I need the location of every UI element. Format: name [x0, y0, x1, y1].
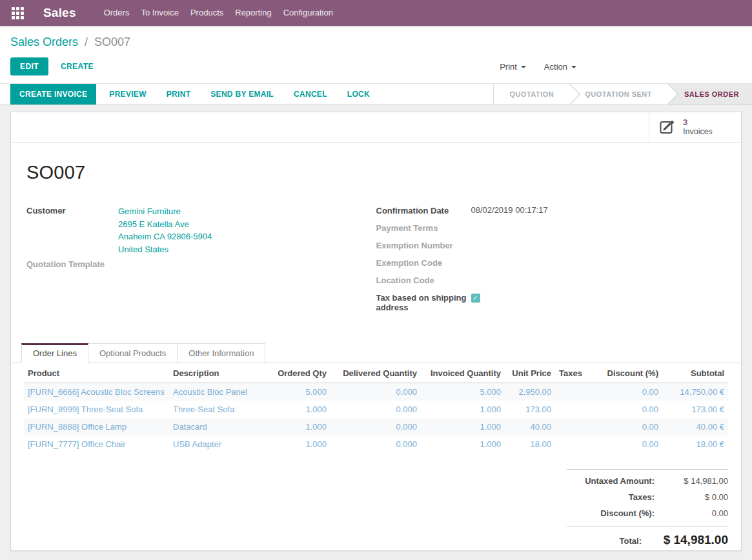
- tab-order-lines[interactable]: Order Lines: [21, 343, 88, 363]
- create-invoice-button[interactable]: CREATE INVOICE: [10, 84, 96, 105]
- tab-other-information[interactable]: Other Information: [177, 343, 265, 363]
- confirmation-date-label: Confirmation Date: [376, 205, 471, 215]
- col-product: Product: [24, 363, 169, 383]
- edit-button[interactable]: EDIT: [10, 57, 48, 75]
- customer-value: Gemini Furniture 2695 E Katella Ave Anah…: [118, 205, 212, 255]
- cell-unit-price: 40.00: [505, 418, 555, 435]
- cell-unit-price: 2,950.00: [505, 383, 555, 401]
- invoices-smart-button[interactable]: 3 Invoices: [649, 112, 741, 142]
- form-sheet: 3 Invoices SO007 Customer Gemini Furnitu…: [10, 112, 742, 551]
- cell-taxes: [555, 383, 593, 401]
- cell-delivered: 0.000: [330, 418, 421, 435]
- action-dropdown-label: Action: [544, 62, 567, 72]
- tax-shipping-checkbox[interactable]: ✓: [471, 294, 480, 303]
- untaxed-amount-label: Untaxed Amount:: [567, 476, 664, 486]
- cell-delivered: 0.000: [330, 401, 421, 418]
- breadcrumb-sales-orders[interactable]: Sales Orders: [10, 35, 78, 48]
- status-step-quotation[interactable]: QUOTATION: [494, 84, 569, 105]
- cell-description: Datacard: [169, 418, 269, 435]
- col-delivered-qty: Delivered Quantity: [330, 363, 421, 383]
- control-panel-buttons: EDIT CREATE Print Action: [10, 57, 742, 75]
- cell-invoiced: 1.000: [421, 401, 505, 418]
- customer-country[interactable]: United States: [118, 243, 212, 256]
- order-line-row[interactable]: [FURN_8999] Three-Seat Sofa Three-Seat S…: [24, 401, 728, 418]
- customer-name-link[interactable]: Gemini Furniture: [118, 205, 212, 218]
- col-unit-price: Unit Price: [505, 363, 555, 383]
- order-line-row[interactable]: [FURN_8888] Office Lamp Datacard 1.000 0…: [24, 418, 728, 435]
- menu-reporting[interactable]: Reporting: [229, 0, 277, 26]
- breadcrumb-current: SO007: [94, 35, 130, 48]
- status-step-quotation-sent[interactable]: QUOTATION SENT: [569, 84, 667, 105]
- tab-optional-products[interactable]: Optional Products: [88, 343, 178, 363]
- quotation-template-label: Quotation Template: [26, 259, 118, 269]
- order-line-row[interactable]: [FURN_6666] Acoustic Bloc Screens Acoust…: [24, 383, 728, 401]
- col-invoiced-qty: Invoiced Quantity: [421, 363, 505, 383]
- app-title: Sales: [43, 6, 76, 20]
- taxes-label: Taxes:: [567, 492, 664, 502]
- cell-product: [FURN_7777] Office Chair: [24, 435, 169, 453]
- menu-to-invoice[interactable]: To Invoice: [135, 0, 185, 26]
- control-panel: Sales Orders / SO007 EDIT CREATE Print A…: [0, 26, 752, 83]
- col-subtotal: Subtotal: [662, 363, 728, 383]
- app-menu: Orders To Invoice Products Reporting Con…: [98, 0, 339, 26]
- apps-grid-icon[interactable]: [12, 7, 24, 19]
- form-view-background: 3 Invoices SO007 Customer Gemini Furnitu…: [0, 105, 752, 560]
- total-value: $ 14,981.00: [651, 533, 728, 547]
- print-dropdown[interactable]: Print: [500, 62, 526, 72]
- print-dropdown-label: Print: [500, 62, 517, 72]
- cell-discount: 0.00: [593, 401, 662, 418]
- left-field-group: Customer Gemini Furniture 2695 E Katella…: [26, 205, 376, 319]
- breadcrumb-separator: /: [85, 35, 88, 48]
- print-button[interactable]: PRINT: [159, 84, 198, 105]
- location-code-label: Location Code: [376, 275, 471, 285]
- customer-street[interactable]: 2695 E Katella Ave: [118, 218, 212, 231]
- cell-description: Acoustic Bloc Panel: [169, 383, 269, 401]
- send-by-email-button[interactable]: SEND BY EMAIL: [203, 84, 281, 105]
- breadcrumb: Sales Orders / SO007: [10, 35, 742, 49]
- cell-taxes: [555, 418, 593, 435]
- tax-shipping-value: ✓: [471, 292, 480, 312]
- taxes-value: $ 0.00: [664, 492, 728, 502]
- checkmark-icon: ✓: [473, 295, 478, 301]
- action-dropdown[interactable]: Action: [544, 62, 576, 72]
- menu-orders[interactable]: Orders: [98, 0, 136, 26]
- quotation-template-field: Quotation Template: [26, 259, 376, 269]
- totals-block: Untaxed Amount: $ 14,981.00 Taxes: $ 0.0…: [567, 469, 728, 547]
- customer-label: Customer: [26, 205, 118, 255]
- cell-discount: 0.00: [593, 435, 662, 453]
- pencil-square-icon: [659, 119, 676, 135]
- untaxed-amount-row: Untaxed Amount: $ 14,981.00: [567, 476, 728, 486]
- cancel-button[interactable]: CANCEL: [287, 84, 334, 105]
- caret-down-icon: [571, 66, 576, 68]
- confirmation-date-field: Confirmation Date 08/02/2019 00:17:17: [376, 205, 726, 215]
- total-row: Total: $ 14,981.00: [567, 533, 728, 547]
- statusbar: CREATE INVOICE PREVIEW PRINT SEND BY EMA…: [0, 83, 752, 105]
- col-ordered-qty: Ordered Qty: [269, 363, 330, 383]
- cell-product: [FURN_6666] Acoustic Bloc Screens: [24, 383, 169, 401]
- preview-button[interactable]: PREVIEW: [102, 84, 153, 105]
- cell-description: Three-Seat Sofa: [169, 401, 269, 418]
- status-pipeline: QUOTATION QUOTATION SENT SALES ORDER: [493, 84, 752, 105]
- lock-button[interactable]: LOCK: [340, 84, 377, 105]
- exemption-number-field: Exemption Number: [376, 240, 726, 250]
- order-line-row[interactable]: [FURN_7777] Office Chair USB Adapter 1.0…: [24, 435, 728, 453]
- customer-field: Customer Gemini Furniture 2695 E Katella…: [26, 205, 376, 255]
- menu-products[interactable]: Products: [185, 0, 229, 26]
- field-groups: Customer Gemini Furniture 2695 E Katella…: [26, 205, 726, 319]
- right-field-group: Confirmation Date 08/02/2019 00:17:17 Pa…: [376, 205, 726, 319]
- tax-shipping-field: Tax based on shipping address ✓: [376, 292, 726, 312]
- menu-configuration[interactable]: Configuration: [278, 0, 339, 26]
- payment-terms-field: Payment Terms: [376, 223, 726, 233]
- button-box: 3 Invoices: [11, 112, 741, 143]
- cell-invoiced: 1.000: [421, 435, 505, 453]
- cell-subtotal: 173.00 €: [662, 401, 728, 418]
- cell-product: [FURN_8888] Office Lamp: [24, 418, 169, 435]
- status-step-sales-order[interactable]: SALES ORDER: [667, 84, 752, 105]
- customer-city[interactable]: Anaheim CA 92806-5904: [118, 230, 212, 243]
- cell-unit-price: 173.00: [505, 401, 555, 418]
- create-button[interactable]: CREATE: [51, 57, 103, 75]
- col-discount: Discount (%): [593, 363, 662, 383]
- taxes-row: Taxes: $ 0.00: [567, 492, 728, 502]
- col-description: Description: [169, 363, 269, 383]
- invoices-count: 3: [683, 117, 713, 128]
